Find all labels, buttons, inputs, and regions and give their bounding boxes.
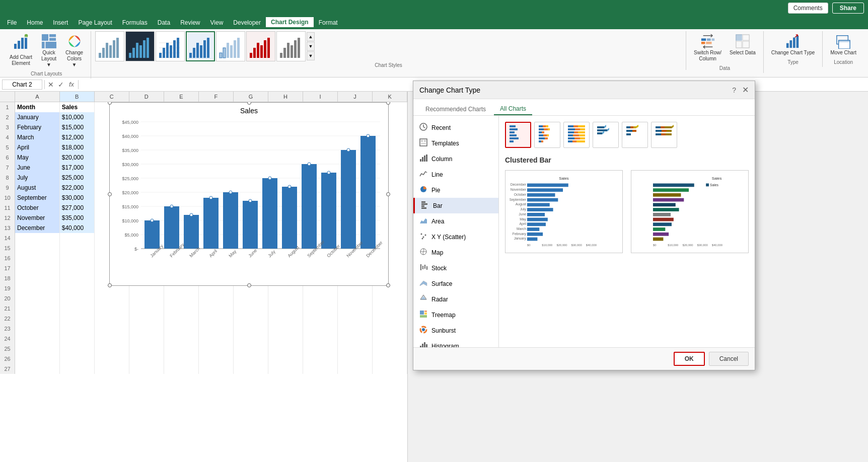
data-cell[interactable]: $18,000 xyxy=(60,142,95,152)
data-cell[interactable] xyxy=(234,303,268,314)
data-cell[interactable] xyxy=(373,293,407,303)
data-cell[interactable] xyxy=(338,314,373,324)
data-cell[interactable]: $17,000 xyxy=(60,163,95,173)
menu-formulas[interactable]: Formulas xyxy=(117,18,153,28)
data-cell[interactable] xyxy=(15,273,60,283)
data-cell[interactable]: $22,000 xyxy=(60,183,95,193)
data-cell[interactable] xyxy=(164,354,199,364)
chart-preview-2[interactable]: Sales xyxy=(631,170,749,253)
data-cell[interactable]: June xyxy=(15,163,60,173)
data-cell[interactable] xyxy=(199,314,234,324)
data-cell[interactable] xyxy=(268,334,303,344)
quick-layout-button[interactable]: Quick Layout ▼ xyxy=(37,31,61,70)
data-cell[interactable]: January xyxy=(15,112,60,122)
data-cell[interactable]: March xyxy=(15,132,60,142)
data-cell[interactable] xyxy=(15,233,60,243)
subtype-3d-100pct-stacked-bar[interactable] xyxy=(651,122,677,148)
data-cell[interactable]: August xyxy=(15,183,60,193)
data-cell[interactable]: $30,000 xyxy=(60,193,95,203)
data-cell[interactable] xyxy=(199,293,234,303)
data-cell[interactable] xyxy=(95,324,129,334)
data-cell[interactable] xyxy=(60,233,95,243)
data-cell[interactable]: $27,000 xyxy=(60,203,95,213)
data-cell[interactable] xyxy=(234,334,268,344)
data-cell[interactable] xyxy=(95,303,129,314)
data-cell[interactable]: $15,000 xyxy=(60,122,95,132)
data-cell[interactable]: November xyxy=(15,213,60,223)
confirm-formula-icon[interactable]: ✓ xyxy=(57,81,65,89)
data-cell[interactable] xyxy=(129,334,164,344)
change-colors-button[interactable]: ChangeColors ▼ xyxy=(62,31,87,70)
data-cell[interactable] xyxy=(199,324,234,334)
chart-style-scroll-up[interactable]: ▲ xyxy=(307,32,315,41)
data-cell[interactable]: $40,000 xyxy=(60,223,95,233)
data-cell[interactable] xyxy=(164,334,199,344)
chart-style-3[interactable] xyxy=(156,31,185,61)
data-cell[interactable] xyxy=(95,334,129,344)
data-cell[interactable] xyxy=(338,293,373,303)
chart-style-2[interactable] xyxy=(125,31,155,61)
data-cell[interactable]: September xyxy=(15,193,60,203)
cancel-button[interactable]: Cancel xyxy=(709,352,749,366)
data-cell[interactable] xyxy=(199,354,234,364)
select-data-button[interactable]: Select Data xyxy=(726,31,759,58)
data-cell[interactable] xyxy=(60,293,95,303)
tab-all-charts[interactable]: All Charts xyxy=(494,103,532,115)
data-cell[interactable] xyxy=(15,283,60,293)
chart-style-1[interactable] xyxy=(95,31,124,61)
menu-file[interactable]: File xyxy=(2,18,22,28)
data-cell[interactable] xyxy=(268,364,303,374)
switch-row-col-button[interactable]: Switch Row/Column xyxy=(690,31,725,64)
data-cell[interactable] xyxy=(95,364,129,374)
data-cell[interactable] xyxy=(129,314,164,324)
data-cell[interactable]: $25,000 xyxy=(60,173,95,183)
data-cell[interactable]: Month xyxy=(15,102,60,112)
chart-type-bar-selected[interactable]: Bar xyxy=(413,198,498,213)
data-cell[interactable] xyxy=(15,334,60,344)
menu-page-layout[interactable]: Page Layout xyxy=(73,18,117,28)
data-cell[interactable] xyxy=(373,364,407,374)
data-cell[interactable] xyxy=(268,324,303,334)
data-cell[interactable] xyxy=(60,314,95,324)
data-cell[interactable] xyxy=(95,293,129,303)
data-cell[interactable] xyxy=(129,364,164,374)
data-cell[interactable] xyxy=(60,334,95,344)
data-cell[interactable] xyxy=(234,324,268,334)
embedded-chart[interactable]: Sales $45,000 $40,000 $35,000 $30,000 $2… xyxy=(109,102,389,286)
data-cell[interactable]: $12,000 xyxy=(60,132,95,142)
data-cell[interactable] xyxy=(15,303,60,314)
data-cell[interactable] xyxy=(338,344,373,354)
data-cell[interactable] xyxy=(60,354,95,364)
data-cell[interactable] xyxy=(164,314,199,324)
data-cell[interactable] xyxy=(234,354,268,364)
cancel-formula-icon[interactable]: ✕ xyxy=(47,81,55,89)
data-cell[interactable]: $35,000 xyxy=(60,213,95,223)
data-cell[interactable] xyxy=(373,334,407,344)
data-cell[interactable] xyxy=(15,293,60,303)
data-cell[interactable] xyxy=(373,354,407,364)
data-cell[interactable] xyxy=(338,334,373,344)
chart-type-radar[interactable]: Radar xyxy=(413,291,498,307)
move-chart-button[interactable]: Move Chart xyxy=(827,31,860,58)
data-cell[interactable] xyxy=(303,293,338,303)
chart-style-scroll-more[interactable]: ▼ xyxy=(307,51,315,60)
data-cell[interactable] xyxy=(129,344,164,354)
data-cell[interactable] xyxy=(199,344,234,354)
data-cell[interactable] xyxy=(268,354,303,364)
data-cell[interactable] xyxy=(199,303,234,314)
data-cell[interactable]: $20,000 xyxy=(60,152,95,163)
data-cell[interactable] xyxy=(129,324,164,334)
data-cell[interactable] xyxy=(164,293,199,303)
data-cell[interactable] xyxy=(60,303,95,314)
data-cell[interactable] xyxy=(164,364,199,374)
chart-type-line[interactable]: Line xyxy=(413,167,498,182)
chart-style-7[interactable] xyxy=(276,31,306,61)
data-cell[interactable] xyxy=(303,354,338,364)
data-cell[interactable] xyxy=(338,364,373,374)
chart-style-5[interactable] xyxy=(216,31,245,61)
data-cell[interactable] xyxy=(95,344,129,354)
data-cell[interactable] xyxy=(338,324,373,334)
chart-type-templates[interactable]: Templates xyxy=(413,135,498,151)
subtype-3d-clustered-bar[interactable] xyxy=(593,122,619,148)
data-cell[interactable] xyxy=(15,344,60,354)
